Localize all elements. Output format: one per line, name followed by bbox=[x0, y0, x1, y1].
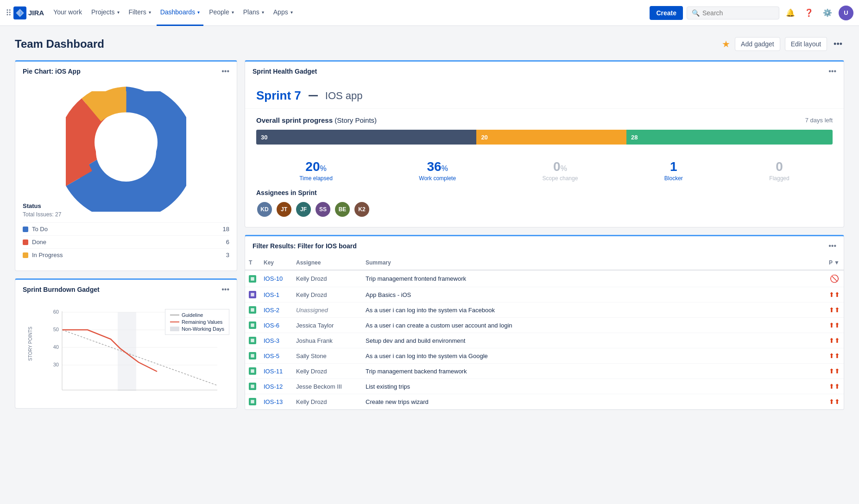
pie-chart-header: Pie Chart: iOS App ••• bbox=[15, 62, 237, 81]
time-elapsed-value: 20% bbox=[299, 159, 333, 174]
sprint-health-menu-button[interactable]: ••• bbox=[828, 67, 836, 76]
nav-filters[interactable]: Filters ▾ bbox=[125, 0, 155, 26]
nav-plans[interactable]: Plans ▾ bbox=[240, 0, 268, 26]
progress-todo: 30 bbox=[256, 130, 476, 145]
nav-dashboards[interactable]: Dashboards ▾ bbox=[157, 0, 204, 26]
svg-text:50: 50 bbox=[53, 327, 59, 332]
search-box[interactable]: 🔍 bbox=[687, 6, 779, 19]
table-row: IOS-12Jesse Beckom IIIList existing trip… bbox=[245, 379, 844, 394]
chevron-down-icon: ▾ bbox=[149, 10, 151, 15]
cell-key[interactable]: IOS-2 bbox=[260, 302, 292, 318]
assignee-avatar-5: BE bbox=[334, 201, 351, 218]
chevron-down-icon: ▾ bbox=[291, 10, 293, 15]
nav-your-work[interactable]: Your work bbox=[50, 0, 86, 26]
sprint-project: IOS app bbox=[325, 90, 363, 102]
pie-chart-body: Status Total Issues: 27 To Do 18 bbox=[15, 81, 237, 271]
logo-area[interactable]: ⠿ JIRA bbox=[6, 6, 44, 19]
user-avatar[interactable]: U bbox=[839, 6, 853, 20]
svg-text:30: 30 bbox=[53, 362, 59, 367]
flagged-value: 0 bbox=[769, 159, 789, 174]
cell-type bbox=[245, 364, 260, 379]
svg-rect-21 bbox=[251, 323, 254, 327]
cell-key[interactable]: IOS-1 bbox=[260, 287, 292, 302]
assignee-avatar-2: JT bbox=[276, 201, 292, 218]
issue-type-icon bbox=[249, 337, 256, 344]
page-content: Team Dashboard ★ Add gadget Edit layout … bbox=[0, 26, 859, 421]
done-color-dot bbox=[23, 239, 28, 245]
assignee-avatar-4: SS bbox=[315, 201, 331, 218]
blocker-label: Blocker bbox=[664, 175, 683, 182]
search-input[interactable] bbox=[702, 9, 774, 17]
highest-priority-icon: ⬆⬆ bbox=[829, 367, 840, 375]
svg-text:40: 40 bbox=[53, 344, 59, 350]
assignee-avatar-6: K2 bbox=[354, 201, 370, 218]
cell-summary: Trip management backend framework bbox=[362, 364, 825, 379]
scope-change-label: Scope change bbox=[543, 175, 578, 182]
cell-key[interactable]: IOS-12 bbox=[260, 379, 292, 394]
cell-assignee: Kelly Drozd bbox=[292, 287, 362, 302]
issue-type-icon bbox=[249, 291, 256, 298]
svg-rect-22 bbox=[251, 339, 254, 342]
svg-point-4 bbox=[96, 121, 156, 182]
cell-key[interactable]: IOS-6 bbox=[260, 318, 292, 333]
cell-key[interactable]: IOS-10 bbox=[260, 270, 292, 287]
highest-priority-icon: ⬆⬆ bbox=[829, 352, 840, 359]
inprogress-label: In Progress bbox=[32, 252, 63, 258]
nav-apps[interactable]: Apps ▾ bbox=[270, 0, 297, 26]
burndown-header: Sprint Burndown Gadget ••• bbox=[15, 280, 237, 299]
filter-results-menu-button[interactable]: ••• bbox=[828, 242, 836, 250]
table-row: IOS-5Sally StoneAs a user i can log into… bbox=[245, 348, 844, 364]
right-column: Sprint Health Gadget ••• Sprint 7 IOS ap… bbox=[245, 60, 844, 410]
help-button[interactable]: ❓ bbox=[802, 6, 816, 20]
nav-projects[interactable]: Projects ▾ bbox=[88, 0, 123, 26]
cell-summary: As a user i can create a custom user acc… bbox=[362, 318, 825, 333]
filter-table-header-row: T Key Assignee Summary P ▼ bbox=[245, 256, 844, 270]
filter-results-title: Filter Results: Filter for IOS board bbox=[253, 242, 357, 250]
table-row: IOS-2UnassignedAs a user i can log into … bbox=[245, 302, 844, 318]
col-assignee: Assignee bbox=[292, 256, 362, 270]
svg-rect-20 bbox=[251, 308, 254, 312]
cell-priority: ⬆⬆ bbox=[825, 394, 844, 410]
blocker-value: 1 bbox=[664, 159, 683, 174]
star-button[interactable]: ★ bbox=[722, 38, 730, 50]
issue-type-icon bbox=[249, 306, 256, 314]
burndown-chart-area: STORY POINTS 60 50 40 30 bbox=[23, 307, 229, 401]
svg-rect-23 bbox=[251, 354, 254, 358]
cell-key[interactable]: IOS-3 bbox=[260, 333, 292, 348]
table-row: IOS-11Kelly DrozdTrip management backend… bbox=[245, 364, 844, 379]
filter-table-head: T Key Assignee Summary P ▼ bbox=[245, 256, 844, 270]
cell-type bbox=[245, 318, 260, 333]
cell-assignee: Kelly Drozd bbox=[292, 270, 362, 287]
chevron-down-icon: ▾ bbox=[197, 10, 200, 15]
more-options-button[interactable]: ••• bbox=[832, 38, 844, 51]
cell-key[interactable]: IOS-13 bbox=[260, 394, 292, 410]
cell-summary: As a user i can log into the system via … bbox=[362, 302, 825, 318]
col-key: Key bbox=[260, 256, 292, 270]
nav-people[interactable]: People ▾ bbox=[205, 0, 238, 26]
edit-layout-button[interactable]: Edit layout bbox=[785, 37, 827, 51]
sprint-progress-section: Overall sprint progress (Story Points) 7… bbox=[245, 109, 844, 152]
cell-priority: ⬆⬆ bbox=[825, 379, 844, 394]
pie-chart-menu-button[interactable]: ••• bbox=[221, 67, 229, 76]
sprint-health-gadget: Sprint Health Gadget ••• Sprint 7 IOS ap… bbox=[245, 60, 844, 227]
cell-assignee: Unassigned bbox=[292, 302, 362, 318]
create-button[interactable]: Create bbox=[650, 6, 683, 20]
nonworking-block bbox=[170, 327, 179, 331]
cell-key[interactable]: IOS-11 bbox=[260, 364, 292, 379]
todo-count: 18 bbox=[223, 226, 229, 233]
legend-item-todo: To Do 18 bbox=[23, 222, 229, 235]
highest-priority-icon: ⬆⬆ bbox=[829, 321, 840, 329]
work-complete-value: 36% bbox=[419, 159, 456, 174]
issue-type-icon bbox=[249, 367, 256, 375]
burndown-menu-button[interactable]: ••• bbox=[221, 285, 229, 294]
notifications-button[interactable]: 🔔 bbox=[783, 6, 798, 20]
assignees-title: Assignees in Sprint bbox=[256, 189, 833, 196]
highest-priority-icon: ⬆⬆ bbox=[829, 383, 840, 390]
svg-rect-24 bbox=[251, 369, 254, 373]
pie-chart-title: Pie Chart: iOS App bbox=[23, 68, 81, 75]
cell-assignee: Kelly Drozd bbox=[292, 394, 362, 410]
add-gadget-button[interactable]: Add gadget bbox=[735, 37, 780, 51]
settings-button[interactable]: ⚙️ bbox=[820, 6, 835, 20]
cell-type bbox=[245, 287, 260, 302]
cell-key[interactable]: IOS-5 bbox=[260, 348, 292, 364]
